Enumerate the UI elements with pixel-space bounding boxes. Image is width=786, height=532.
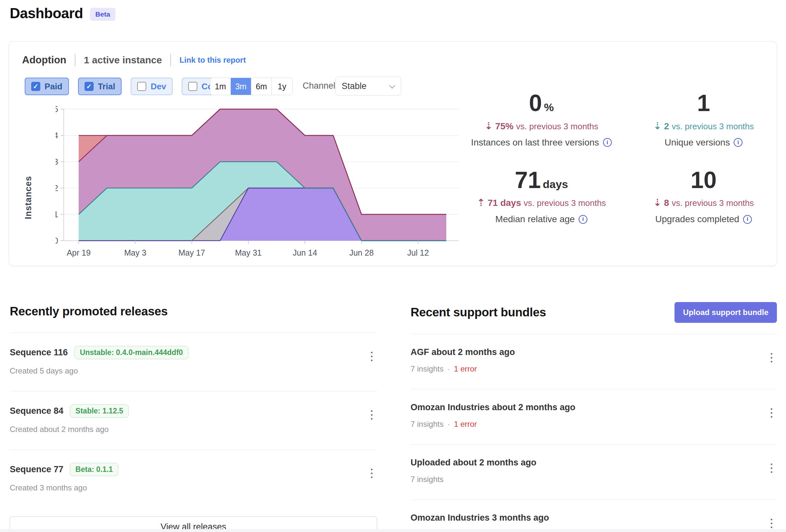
stat-card: 1⇣2vs. previous 3 monthsUnique versions — [627, 91, 780, 148]
chart-y-axis-label: Instances — [23, 152, 33, 243]
stat-label: Unique versions — [627, 137, 780, 148]
stat-label-text: Unique versions — [665, 137, 730, 148]
checkbox-checked-icon[interactable] — [85, 82, 94, 91]
release-list-item: Sequence 116Unstable: 0.4.0-main.444ddf0… — [10, 333, 377, 391]
adoption-title: Adoption — [22, 54, 66, 66]
stat-card: 71days⇡71 daysvs. previous 3 monthsMedia… — [465, 168, 618, 225]
stat-delta: ⇣8vs. previous 3 months — [627, 197, 780, 208]
stat-label-text: Upgrades completed — [655, 214, 739, 224]
filter-chip-label: Trial — [98, 81, 115, 92]
svg-text:May 3: May 3 — [124, 248, 146, 257]
stat-card: 0%⇣75%vs. previous 3 monthsInstances on … — [465, 91, 618, 148]
time-range-3m[interactable]: 3m — [231, 78, 251, 95]
kebab-menu-icon[interactable] — [769, 351, 774, 364]
support-bundle-list-item: AGF about 2 months ago7 insights·1 error — [411, 334, 777, 389]
kebab-menu-icon[interactable] — [369, 408, 374, 421]
kebab-menu-icon[interactable] — [769, 406, 774, 420]
stat-delta-value: 2 — [664, 121, 669, 131]
checkbox-checked-icon[interactable] — [31, 82, 40, 91]
svg-text:4: 4 — [55, 131, 58, 140]
stat-label: Instances on last three versions — [465, 137, 618, 148]
svg-text:2: 2 — [55, 184, 58, 193]
filter-chip-label: Dev — [151, 81, 166, 92]
support-bundle-list-item: Omozan Industries about 2 months ago7 in… — [411, 389, 777, 444]
svg-text:3: 3 — [55, 157, 58, 166]
page-bottom-strip — [0, 529, 786, 532]
stat-label: Median relative age — [465, 214, 618, 224]
beta-badge: Beta — [90, 8, 115, 21]
checkbox-unchecked-icon[interactable] — [188, 82, 197, 91]
stat-label: Upgrades completed — [627, 214, 780, 224]
releases-section: Recently promoted releases Sequence 116U… — [10, 305, 377, 532]
time-range-1m[interactable]: 1m — [210, 78, 231, 95]
kebab-menu-icon[interactable] — [369, 350, 374, 363]
release-list-item: Sequence 84Stable: 1.12.5Created about 2… — [10, 391, 377, 450]
chevron-down-icon — [389, 82, 395, 88]
release-version-badge: Unstable: 0.4.0-main.444ddf0 — [74, 346, 188, 359]
support-bundles-heading: Recent support bundles — [411, 306, 546, 319]
release-title: Sequence 116 — [10, 347, 68, 358]
svg-text:1: 1 — [55, 210, 58, 219]
kebab-menu-icon[interactable] — [769, 461, 774, 475]
adoption-chart[interactable]: 012345Apr 19May 3May 17May 31Jun 14Jun 2… — [55, 104, 468, 264]
filter-chip-paid[interactable]: Paid — [25, 78, 69, 95]
support-bundle-title[interactable]: Omozan Industries 3 months ago — [411, 513, 777, 523]
stat-delta-value: 75% — [495, 121, 514, 131]
release-created-text: Created about 2 months ago — [10, 425, 377, 434]
info-icon[interactable] — [603, 138, 612, 147]
link-to-report[interactable]: Link to this report — [180, 55, 246, 65]
stat-delta: ⇣2vs. previous 3 months — [627, 120, 780, 131]
insights-count: 7 insights — [411, 364, 443, 373]
adoption-card: Adoption 1 active instance Link to this … — [9, 41, 777, 266]
channel-select[interactable]: Stable — [336, 77, 401, 96]
kebab-menu-icon[interactable] — [769, 517, 774, 530]
info-icon[interactable] — [579, 215, 587, 224]
time-range-6m[interactable]: 6m — [251, 78, 272, 95]
release-title: Sequence 84 — [10, 406, 63, 416]
release-list-item: Sequence 77Beta: 0.1.1Created 3 months a… — [10, 450, 377, 508]
support-bundle-title[interactable]: Uploaded about 2 months ago — [411, 458, 777, 468]
support-bundle-title[interactable]: Omozan Industries about 2 months ago — [411, 403, 777, 412]
support-bundle-title[interactable]: AGF about 2 months ago — [411, 347, 777, 357]
stat-value: 1 — [627, 91, 780, 116]
adoption-stats: 0%⇣75%vs. previous 3 monthsInstances on … — [465, 91, 780, 224]
filter-chip-dev[interactable]: Dev — [131, 78, 172, 95]
stat-unit: days — [543, 178, 568, 190]
release-version-badge: Beta: 0.1.1 — [70, 463, 118, 476]
info-icon[interactable] — [743, 215, 752, 224]
stat-unit: % — [544, 101, 554, 113]
stat-delta-text: vs. previous 3 months — [524, 198, 606, 208]
divider — [75, 54, 75, 66]
filter-chip-trial[interactable]: Trial — [78, 78, 121, 95]
stat-label-text: Median relative age — [495, 214, 575, 224]
time-range-1y[interactable]: 1y — [272, 78, 292, 95]
upload-support-bundle-button[interactable]: Upload support bundle — [674, 302, 777, 323]
info-icon[interactable] — [734, 138, 742, 147]
svg-text:Apr 19: Apr 19 — [67, 248, 91, 257]
error-count: 1 error — [454, 420, 477, 428]
insights-count: 7 insights — [411, 420, 443, 428]
adoption-card-header: Adoption 1 active instance Link to this … — [22, 54, 246, 66]
support-bundle-meta: 7 insights·1 error — [411, 420, 777, 429]
svg-text:5: 5 — [55, 104, 58, 114]
dashboard-page: Dashboard Beta Adoption 1 active instanc… — [0, 0, 786, 532]
svg-text:Jun 14: Jun 14 — [293, 248, 317, 257]
svg-text:0: 0 — [55, 236, 58, 245]
divider — [170, 54, 171, 66]
checkbox-unchecked-icon[interactable] — [137, 82, 146, 91]
arrow-up-icon: ⇡ — [477, 197, 485, 208]
arrow-down-icon: ⇣ — [653, 197, 662, 208]
releases-heading: Recently promoted releases — [10, 305, 377, 318]
support-bundles-section: Recent support bundles Upload support bu… — [411, 302, 777, 532]
error-count: 1 error — [454, 364, 477, 373]
support-bundle-list-item: Omozan Industries 3 months ago7 insights… — [411, 500, 777, 532]
svg-text:May 31: May 31 — [235, 248, 262, 257]
stat-label-text: Instances on last three versions — [471, 137, 599, 148]
page-title-row: Dashboard Beta — [10, 5, 115, 21]
active-instance-count: 1 active instance — [84, 54, 162, 66]
release-title: Sequence 77 — [10, 464, 63, 475]
stat-value: 10 — [627, 168, 780, 193]
channel-value: Stable — [342, 81, 367, 91]
dot-separator: · — [447, 364, 450, 373]
kebab-menu-icon[interactable] — [369, 467, 374, 480]
